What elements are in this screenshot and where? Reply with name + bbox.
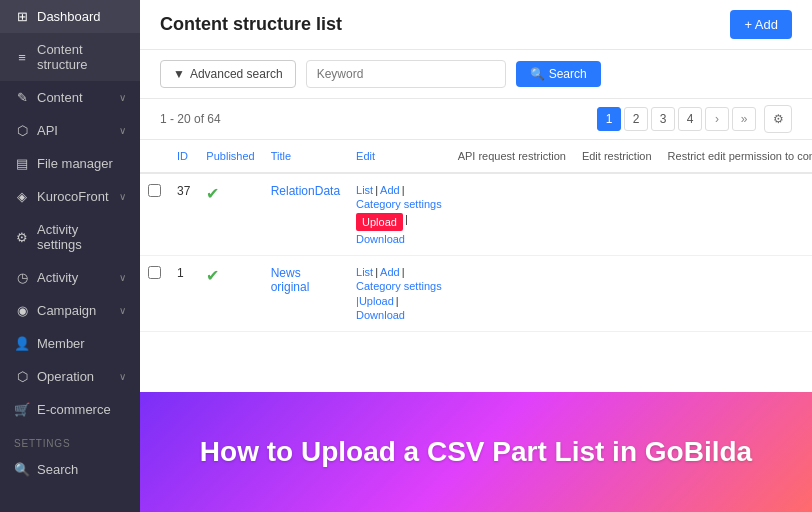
advanced-search-button[interactable]: ▼ Advanced search	[160, 60, 296, 88]
sidebar-item-content-structure[interactable]: ≡ Content structure	[0, 33, 140, 81]
chevron-icon: ∨	[119, 305, 126, 316]
activity-settings-icon: ⚙	[14, 230, 30, 245]
content-structure-table: ID Published Title Edit API request rest…	[140, 140, 812, 332]
row-checkbox[interactable]	[148, 266, 161, 279]
upload-link[interactable]: Upload	[356, 213, 403, 231]
pagination-bar: 1 - 20 of 64 1 2 3 4 › » ⚙	[140, 99, 812, 140]
api-icon: ⬡	[14, 123, 30, 138]
sidebar-item-activity[interactable]: ◷ Activity ∨	[0, 261, 140, 294]
search-button[interactable]: 🔍 Search	[516, 61, 601, 87]
sidebar-item-file-manager[interactable]: ▤ File manager	[0, 147, 140, 180]
row-api-restriction	[450, 173, 574, 256]
operation-icon: ⬡	[14, 369, 30, 384]
edit-links-2: |Upload | Download	[356, 295, 442, 321]
toolbar: ▼ Advanced search 🔍 Search	[140, 50, 812, 99]
chevron-icon: ∨	[119, 92, 126, 103]
row-id: 1	[169, 256, 198, 332]
sidebar-item-api[interactable]: ⬡ API ∨	[0, 114, 140, 147]
row-title: RelationData	[263, 173, 348, 256]
row-id: 37	[169, 173, 198, 256]
add-link[interactable]: Add	[380, 184, 400, 196]
title-link[interactable]: RelationData	[271, 184, 340, 198]
separator: |	[396, 295, 399, 307]
table-container: ID Published Title Edit API request rest…	[140, 140, 812, 392]
sidebar-item-operation[interactable]: ⬡ Operation ∨	[0, 360, 140, 393]
sidebar-item-dashboard[interactable]: ⊞ Dashboard	[0, 0, 140, 33]
list-link[interactable]: List	[356, 266, 373, 278]
row-title: News original	[263, 256, 348, 332]
page-1-button[interactable]: 1	[597, 107, 621, 131]
download-link[interactable]: Download	[356, 233, 405, 245]
campaign-icon: ◉	[14, 303, 30, 318]
sidebar-item-label: Activity	[37, 270, 112, 285]
row-published: ✔	[198, 256, 262, 332]
table-row: 1 ✔ News original List | Add | Categor	[140, 256, 812, 332]
download-link[interactable]: Download	[356, 309, 405, 321]
upload-link[interactable]: |Upload	[356, 295, 394, 307]
row-edit: List | Add | Category settings Upload | …	[348, 173, 450, 256]
add-link[interactable]: Add	[380, 266, 400, 278]
col-checkbox	[140, 140, 169, 173]
search-input[interactable]	[306, 60, 506, 88]
col-api-restriction: API request restriction	[450, 140, 574, 173]
list-link[interactable]: List	[356, 184, 373, 196]
sidebar-item-ecommerce[interactable]: 🛒 E-commerce	[0, 393, 140, 426]
table-settings-button[interactable]: ⚙	[764, 105, 792, 133]
activity-icon: ◷	[14, 270, 30, 285]
kurocofront-icon: ◈	[14, 189, 30, 204]
category-settings-link[interactable]: Category settings	[356, 280, 442, 292]
content-structure-icon: ≡	[14, 50, 30, 65]
category-settings-link[interactable]: Category settings	[356, 198, 442, 210]
title-link[interactable]: News original	[271, 266, 310, 294]
col-restrict: Restrict edit permission to content auth…	[660, 140, 812, 173]
separator: |	[402, 266, 405, 278]
settings-section-label: SETTINGS	[0, 430, 140, 453]
edit-links-2: Upload | Download	[356, 213, 442, 245]
page-3-button[interactable]: 3	[651, 107, 675, 131]
edit-links: List | Add | Category settings	[356, 184, 442, 210]
row-edit-restriction	[574, 256, 660, 332]
row-checkbox-cell	[140, 256, 169, 332]
row-checkbox[interactable]	[148, 184, 161, 197]
page-next-button[interactable]: ›	[705, 107, 729, 131]
page-title: Content structure list	[160, 14, 342, 35]
sidebar-item-activity-settings[interactable]: ⚙ Activity settings	[0, 213, 140, 261]
search-label: Search	[549, 67, 587, 81]
bottom-overlay: How to Upload a CSV Part List in GoBilda	[140, 392, 812, 512]
sidebar-item-search[interactable]: 🔍 Search	[0, 453, 140, 486]
content-icon: ✎	[14, 90, 30, 105]
advanced-search-label: Advanced search	[190, 67, 283, 81]
sidebar-item-kurocofront[interactable]: ◈ KurocoFront ∨	[0, 180, 140, 213]
separator: |	[405, 213, 408, 231]
sidebar-item-label: File manager	[37, 156, 126, 171]
sidebar-item-label: Operation	[37, 369, 112, 384]
row-restrict	[660, 256, 812, 332]
sidebar-item-campaign[interactable]: ◉ Campaign ∨	[0, 294, 140, 327]
edit-links: List | Add | Category settings	[356, 266, 442, 292]
sidebar: ⊞ Dashboard ≡ Content structure ✎ Conten…	[0, 0, 140, 512]
separator: |	[375, 266, 378, 278]
sidebar-item-content[interactable]: ✎ Content ∨	[0, 81, 140, 114]
sidebar-item-label: Dashboard	[37, 9, 126, 24]
col-edit: Edit	[348, 140, 450, 173]
pagination-info: 1 - 20 of 64	[160, 112, 221, 126]
col-id: ID	[169, 140, 198, 173]
page-4-button[interactable]: 4	[678, 107, 702, 131]
main-content: Content structure list + Add ▼ Advanced …	[140, 0, 812, 512]
chevron-icon: ∨	[119, 272, 126, 283]
add-button[interactable]: + Add	[730, 10, 792, 39]
chevron-icon: ∨	[119, 125, 126, 136]
pagination: 1 2 3 4 › »	[597, 107, 756, 131]
sidebar-item-member[interactable]: 👤 Member	[0, 327, 140, 360]
filter-icon: ▼	[173, 67, 185, 81]
page-last-button[interactable]: »	[732, 107, 756, 131]
page-2-button[interactable]: 2	[624, 107, 648, 131]
sidebar-item-label: Content	[37, 90, 112, 105]
ecommerce-icon: 🛒	[14, 402, 30, 417]
row-api-restriction	[450, 256, 574, 332]
published-check-icon: ✔	[206, 185, 219, 202]
sidebar-item-label: Content structure	[37, 42, 126, 72]
sidebar-item-label: Activity settings	[37, 222, 126, 252]
published-check-icon: ✔	[206, 267, 219, 284]
row-published: ✔	[198, 173, 262, 256]
